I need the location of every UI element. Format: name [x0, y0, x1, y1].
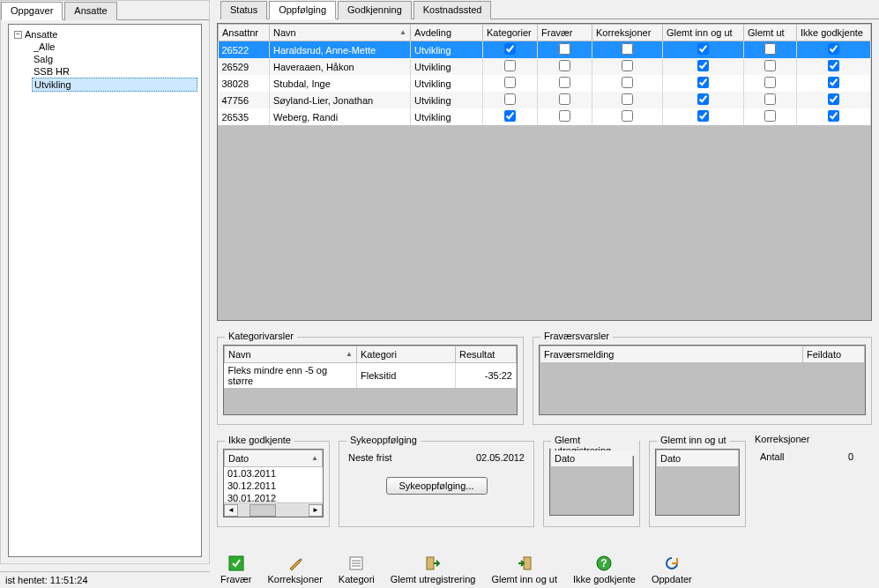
ikke-godkjente-list[interactable]: Dato▲ 01.03.201130.12.201130.01.2012 ◄ ► [223, 449, 324, 517]
grid-checkbox[interactable] [559, 93, 570, 105]
grid-checkbox[interactable] [559, 60, 570, 71]
grid-checkbox[interactable] [828, 93, 839, 105]
grid-checkbox[interactable] [828, 43, 839, 55]
right-panel: Status Oppfølging Godkjenning Kostnadsst… [210, 0, 879, 588]
table-row[interactable]: 38028Stubdal, IngeUtvikling [219, 75, 871, 92]
list-item[interactable]: 30.12.2011 [224, 480, 323, 492]
grid-checkbox[interactable] [764, 110, 776, 122]
grid-checkbox[interactable] [504, 60, 516, 71]
tree-view[interactable]: − Ansatte _AlleSalgSSB HRUtvikling [8, 24, 202, 557]
scroll-right-icon[interactable]: ► [309, 504, 323, 517]
grid-checkbox[interactable] [828, 60, 839, 71]
col-glemt-inn-ut[interactable]: Glemt inn og ut [663, 25, 744, 41]
grid-checkbox[interactable] [622, 110, 633, 122]
grid-checkbox[interactable] [559, 43, 570, 55]
grid-checkbox[interactable] [622, 77, 633, 88]
col-korreksjoner[interactable]: Korreksjoner [592, 25, 663, 41]
gu-col-dato[interactable]: Dato [551, 450, 633, 467]
grid-checkbox[interactable] [697, 77, 709, 88]
grid-checkbox[interactable] [828, 77, 839, 88]
fravaersvarsler-grid[interactable]: Fraværsmelding Feildato [539, 345, 866, 415]
glemt-innut-list[interactable]: Dato [655, 449, 740, 516]
sykeoppfolging-button[interactable]: Sykeoppfølging... [386, 477, 488, 495]
employee-grid[interactable]: Ansattnr Navn▲ Avdeling Kategorier Fravæ… [217, 23, 872, 321]
glemt-utreg-icon [424, 555, 442, 572]
ig-col-dato[interactable]: Dato▲ [225, 450, 323, 467]
kv-col-resultat[interactable]: Resultat [456, 346, 517, 363]
tree-item[interactable]: Salg [32, 53, 197, 65]
glemt-utreg-list[interactable]: Dato [549, 449, 634, 516]
grid-checkbox[interactable] [622, 60, 633, 71]
grid-checkbox[interactable] [504, 77, 516, 88]
grid-checkbox[interactable] [559, 110, 570, 122]
grid-checkbox[interactable] [622, 43, 633, 55]
svg-text:?: ? [601, 557, 607, 569]
grid-checkbox[interactable] [697, 43, 709, 55]
grid-checkbox[interactable] [697, 110, 709, 122]
tree-item[interactable]: SSB HR [32, 65, 197, 78]
tool-korreksjoner[interactable]: Korreksjoner [264, 553, 325, 586]
grid-checkbox[interactable] [828, 110, 839, 122]
legend-sykeoppfolging: Sykeoppfølging [346, 435, 421, 445]
table-row[interactable]: 26529Haveraaen, HåkonUtvikling [219, 58, 871, 75]
tool-oppdater[interactable]: Oppdater [648, 553, 696, 586]
gio-col-dato[interactable]: Dato [657, 450, 739, 467]
tab-oppgaver[interactable]: Oppgaver [1, 2, 63, 20]
tree-item[interactable]: Utvikling [32, 78, 197, 92]
grid-checkbox[interactable] [764, 43, 776, 55]
kv-col-navn[interactable]: Navn▲ [225, 346, 357, 363]
grid-checkbox[interactable] [504, 93, 516, 105]
grid-checkbox[interactable] [764, 60, 776, 71]
grid-checkbox[interactable] [697, 93, 709, 105]
tab-godkjenning[interactable]: Godkjenning [338, 1, 412, 19]
grid-checkbox[interactable] [764, 93, 776, 105]
grid-checkbox[interactable] [504, 43, 516, 55]
col-ansattnr[interactable]: Ansattnr [219, 25, 270, 41]
tool-ikke-godkjente-label: Ikke godkjente [573, 574, 636, 584]
grid-checkbox[interactable] [697, 60, 709, 71]
fravaer-icon [227, 555, 245, 572]
grid-checkbox[interactable] [764, 77, 776, 88]
group-ikke-godkjente: Ikke godkjente Dato▲ 01.03.201130.12.201… [217, 441, 330, 527]
col-ikke-godkjente[interactable]: Ikke godkjente [797, 25, 871, 41]
grid-checkbox[interactable] [504, 110, 516, 122]
tree-root[interactable]: − Ansatte [12, 28, 197, 41]
col-glemt-ut[interactable]: Glemt ut [744, 25, 797, 41]
table-row[interactable]: 47756Søyland-Lier, JonathanUtvikling [219, 92, 871, 108]
list-item[interactable]: 30.01.2012 [224, 492, 323, 502]
tab-status[interactable]: Status [220, 1, 267, 19]
kategorivarsler-grid[interactable]: Navn▲ Kategori Resultat Fleks mindre enn… [223, 345, 518, 415]
col-navn[interactable]: Navn▲ [270, 25, 411, 41]
list-item[interactable]: 01.03.2011 [224, 467, 323, 480]
col-avdeling[interactable]: Avdeling [411, 25, 483, 41]
tool-fravaer[interactable]: Fravær [217, 553, 255, 586]
fv-col-melding[interactable]: Fraværsmelding [540, 346, 803, 363]
tool-ikke-godkjente[interactable]: ? Ikke godkjente [570, 553, 639, 586]
group-glemt-inn-og-ut: Glemt inn og ut Dato [649, 441, 746, 527]
kv-col-kategori[interactable]: Kategori [357, 346, 456, 363]
tree-collapse-icon[interactable]: − [14, 31, 22, 39]
scroll-left-icon[interactable]: ◄ [224, 504, 238, 517]
tab-ansatte[interactable]: Ansatte [64, 2, 116, 20]
fv-col-feildato[interactable]: Feildato [803, 346, 865, 363]
scroll-thumb[interactable] [250, 504, 276, 517]
col-fravaer[interactable]: Fravær [538, 25, 592, 41]
tab-kostnadssted[interactable]: Kostnadssted [413, 1, 492, 19]
right-tabset: Status Oppfølging Godkjenning Kostnadsst… [220, 0, 879, 19]
glemt-innut-icon [516, 555, 533, 572]
group-sykeoppfolging: Sykeoppfølging Neste frist 02.05.2012 Sy… [339, 441, 534, 527]
grid-checkbox[interactable] [622, 93, 633, 105]
tool-kategori[interactable]: Kategori [335, 553, 378, 586]
table-row[interactable]: 26535Weberg, RandiUtvikling [219, 108, 871, 125]
tree-item[interactable]: _Alle [32, 41, 197, 53]
tool-glemt-innut[interactable]: Glemt inn og ut [488, 553, 561, 586]
tool-glemt-utreg[interactable]: Glemt utregistrering [387, 553, 480, 586]
horizontal-scrollbar[interactable]: ◄ ► [224, 502, 323, 517]
left-tabset: Oppgaver Ansatte [1, 1, 209, 20]
tab-oppfolging[interactable]: Oppfølging [269, 1, 336, 19]
table-row[interactable]: 26522Haraldsrud, Anne-MetteUtvikling [219, 41, 871, 59]
legend-ikke-godkjente: Ikke godkjente [225, 435, 294, 445]
grid-checkbox[interactable] [559, 77, 570, 88]
table-row[interactable]: Fleks mindre enn -5 og størreFleksitid-3… [225, 363, 517, 389]
col-kategorier[interactable]: Kategorier [483, 25, 538, 41]
